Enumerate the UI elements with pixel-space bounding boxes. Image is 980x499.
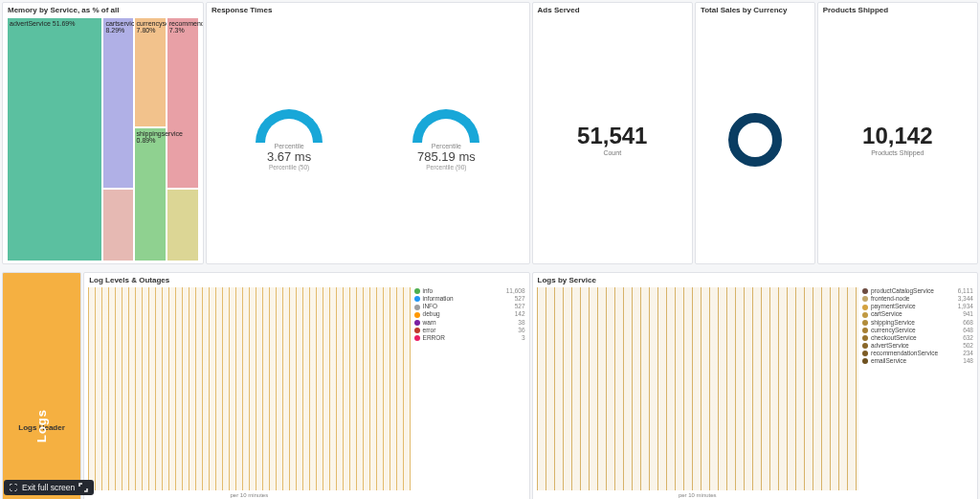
metric-value: 10,142 — [862, 123, 932, 149]
panel-response-times[interactable]: Response Times Percentile 3.67 ms Percen… — [206, 2, 530, 264]
legend-item[interactable]: debug 142 — [414, 310, 525, 318]
treemap-cell[interactable]: shippingservice 0.89% — [134, 127, 167, 261]
panel-title: Total Sales by Currency — [696, 3, 814, 15]
section-label: Logs — [34, 409, 49, 442]
panel-total-sales[interactable]: Total Sales by Currency — [695, 2, 815, 264]
gauge-p90: Percentile 785.19 ms Percentile (90) — [412, 109, 479, 170]
legend-item[interactable]: ERROR 3 — [414, 334, 525, 342]
legend-item[interactable]: checkoutService 632 — [862, 334, 973, 342]
legend-item[interactable]: error 36 — [414, 327, 525, 334]
panel-log-levels[interactable]: Log Levels & Outages per 10 minutes info… — [83, 272, 529, 499]
legend-item[interactable]: emailService 148 — [862, 357, 973, 365]
exit-fullscreen-button[interactable]: ⛶ Exit full screen — [4, 480, 94, 495]
metric-caption: Products Shipped — [871, 149, 924, 156]
exit-fullscreen-label: Exit full screen — [22, 483, 75, 492]
gauge-arc — [412, 109, 479, 143]
treemap-cell[interactable]: cartservice 8.29% — [102, 17, 133, 189]
gauge-value: 3.67 ms — [256, 149, 323, 164]
fullscreen-icon: ⛶ — [10, 483, 18, 492]
legend[interactable]: info 11,608information 527INFO 527debug … — [411, 287, 525, 499]
metric-value: 51,541 — [577, 123, 647, 149]
donut-chart — [728, 113, 782, 167]
legend-item[interactable]: recommendationService 234 — [862, 350, 973, 357]
gauge-sub: Percentile (50) — [256, 164, 323, 170]
gauge-arc — [256, 109, 323, 143]
gauge-p50: Percentile 3.67 ms Percentile (50) — [256, 109, 323, 170]
x-axis-label: per 10 minutes — [537, 492, 858, 498]
gauge-sub: Percentile (90) — [412, 164, 479, 170]
metric-caption: Count — [603, 149, 621, 156]
legend-item[interactable]: frontend-node 3,344 — [862, 295, 973, 303]
panel-logs-by-service[interactable]: Logs by Service per 10 minutes productCa… — [532, 272, 978, 499]
legend-item[interactable]: warn 38 — [414, 319, 525, 327]
panel-title: Memory by Service, as % of all — [3, 3, 203, 15]
bar-chart[interactable] — [88, 287, 410, 490]
gauge-value: 785.19 ms — [412, 149, 479, 164]
legend-item[interactable]: INFO 527 — [414, 303, 525, 310]
legend-item[interactable]: cartService 941 — [862, 310, 973, 318]
panel-title: Response Times — [207, 3, 529, 15]
panel-products-shipped[interactable]: Products Shipped 10,142 Products Shipped — [817, 2, 978, 264]
treemap-cell[interactable]: advertService 51.69% — [7, 17, 102, 261]
treemap-cell[interactable]: recommendationser 7.3% — [167, 17, 199, 189]
legend-item[interactable]: advertService 502 — [862, 342, 973, 350]
panel-title: Logs by Service — [533, 273, 977, 285]
x-axis-label: per 10 minutes — [88, 492, 410, 498]
treemap-cell[interactable] — [102, 189, 133, 262]
panel-title: Products Shipped — [818, 3, 977, 15]
bar-chart[interactable] — [537, 287, 858, 490]
legend-item[interactable]: paymentService 1,934 — [862, 303, 973, 310]
treemap-cell[interactable]: currencyservice 7.80% — [134, 17, 167, 127]
legend-item[interactable]: shippingService 668 — [862, 319, 973, 327]
legend-item[interactable]: information 527 — [414, 295, 525, 303]
panel-memory-by-service[interactable]: Memory by Service, as % of all advertSer… — [2, 2, 204, 264]
treemap-cell[interactable] — [167, 189, 199, 262]
section-header-logs: Logs Header Logs — [2, 272, 81, 499]
legend-item[interactable]: productCatalogService 6,111 — [862, 287, 973, 295]
panel-title: Log Levels & Outages — [84, 273, 528, 285]
legend-item[interactable]: currencyService 648 — [862, 327, 973, 334]
gauge-label: Percentile — [412, 143, 479, 149]
legend[interactable]: productCatalogService 6,111frontend-node… — [858, 287, 973, 499]
panel-ads-served[interactable]: Ads Served 51,541 Count — [532, 2, 693, 264]
treemap: advertService 51.69% cartservice 8.29% c… — [7, 17, 199, 261]
legend-item[interactable]: info 11,608 — [414, 287, 525, 295]
gauge-label: Percentile — [256, 143, 323, 149]
panel-title: Ads Served — [533, 3, 692, 15]
expand-icon — [78, 483, 88, 492]
